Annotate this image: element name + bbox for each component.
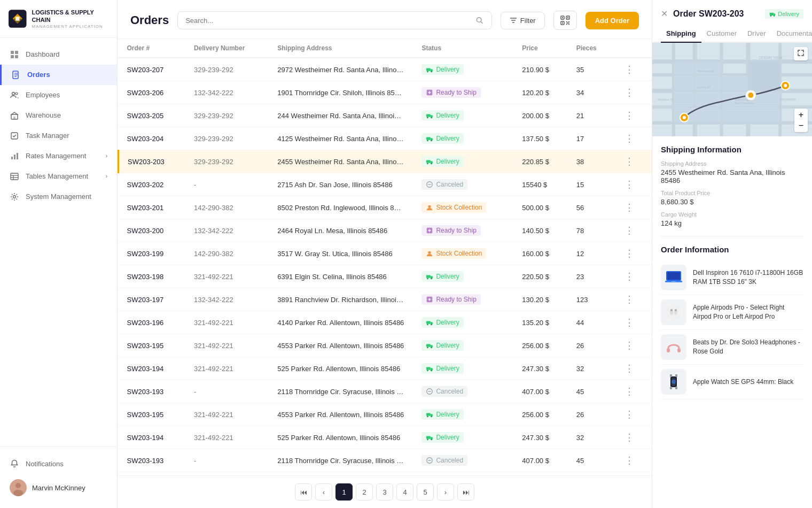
more-button[interactable]: ⋮ <box>622 317 636 328</box>
sidebar-item-orders[interactable]: Orders <box>0 65 117 85</box>
user-info[interactable]: Marvin McKinney <box>0 474 117 502</box>
row-actions[interactable]: ⋮ <box>614 426 652 449</box>
table-row[interactable]: SW203-194 321-492-221 525 Parker Rd. All… <box>119 426 652 449</box>
notifications-item[interactable]: Notifications <box>0 453 117 474</box>
page-4-button[interactable]: 4 <box>396 483 413 501</box>
page-1-button[interactable]: 1 <box>335 483 353 501</box>
table-row[interactable]: SW203-195 321-492-221 4553 Parker Rd. Al… <box>119 334 652 357</box>
close-panel-button[interactable]: ✕ <box>661 9 668 19</box>
table-row[interactable]: SW203-200 132-342-222 2464 Royal Ln. Mes… <box>119 219 652 242</box>
sidebar-item-task-manager[interactable]: Task Manager <box>0 126 117 146</box>
table-row[interactable]: SW203-193 - 2118 Thornridge Cir. Syracus… <box>119 449 652 472</box>
row-actions[interactable]: ⋮ <box>614 311 652 334</box>
more-button[interactable]: ⋮ <box>622 271 636 282</box>
more-button[interactable]: ⋮ <box>622 64 636 75</box>
shipping-address: 4553 Parker Rd. Allentown, Illinois 8548… <box>269 403 413 426</box>
svg-point-84 <box>427 416 429 418</box>
sidebar-item-warehouse[interactable]: Warehouse <box>0 105 117 126</box>
pagination: ⏮ ‹ 1 2 3 4 5 › ⏭ <box>118 475 652 508</box>
table-row[interactable]: SW203-204 329-239-292 4125 Westheimer Rd… <box>119 127 652 150</box>
more-button[interactable]: ⋮ <box>622 340 636 351</box>
map-expand-button[interactable] <box>794 47 808 60</box>
row-actions[interactable]: ⋮ <box>614 173 652 196</box>
tab-customer[interactable]: Customer <box>701 25 742 43</box>
table-row[interactable]: SW203-205 329-239-292 244 Westheimer Rd.… <box>119 104 652 127</box>
more-button[interactable]: ⋮ <box>622 432 636 443</box>
sidebar-item-rates[interactable]: Rates Management › <box>0 146 117 166</box>
more-button[interactable]: ⋮ <box>622 409 636 420</box>
status: Ready to Ship <box>413 219 513 242</box>
page-3-button[interactable]: 3 <box>376 483 393 501</box>
more-button[interactable]: ⋮ <box>622 110 636 121</box>
add-order-button[interactable]: Add Order <box>585 12 639 29</box>
table-row[interactable]: SW203-197 132-342-222 3891 Ranchview Dr.… <box>119 288 652 311</box>
table-row[interactable]: SW203-196 321-492-221 4140 Parker Rd. Al… <box>119 311 652 334</box>
row-actions[interactable]: ⋮ <box>614 357 652 380</box>
page-5-button[interactable]: 5 <box>417 483 434 501</box>
page-first-button[interactable]: ⏮ <box>295 483 312 501</box>
tab-shipping[interactable]: Shipping <box>661 25 701 43</box>
more-button[interactable]: ⋮ <box>622 363 636 374</box>
table-row[interactable]: SW203-199 142-290-382 3517 W. Gray St. U… <box>119 242 652 265</box>
more-button[interactable]: ⋮ <box>622 87 636 98</box>
page-next-button[interactable]: › <box>437 483 454 501</box>
col-actions <box>614 39 652 58</box>
table-row[interactable]: SW203-207 329-239-292 2972 Westheimer Rd… <box>119 58 652 81</box>
svg-point-92 <box>770 15 771 16</box>
row-actions[interactable]: ⋮ <box>614 288 652 311</box>
filter-button[interactable]: Filter <box>501 12 545 29</box>
more-button[interactable]: ⋮ <box>622 156 636 167</box>
delivery-number: 321-492-221 <box>185 311 269 334</box>
sidebar-item-tables[interactable]: Tables Management › <box>0 166 117 187</box>
map-zoom-out-button[interactable]: − <box>794 119 808 132</box>
row-actions[interactable]: ⋮ <box>614 81 652 104</box>
row-actions[interactable]: ⋮ <box>614 219 652 242</box>
table-row[interactable]: SW203-203 329-239-292 2455 Westheimer Rd… <box>119 150 652 173</box>
row-actions[interactable]: ⋮ <box>614 334 652 357</box>
row-actions[interactable]: ⋮ <box>614 150 652 173</box>
row-actions[interactable]: ⋮ <box>614 196 652 219</box>
sidebar-item-orders-label: Orders <box>27 71 50 79</box>
row-actions[interactable]: ⋮ <box>614 104 652 127</box>
col-order-number: Order # <box>119 39 185 58</box>
page-prev-button[interactable]: ‹ <box>315 483 332 501</box>
more-button[interactable]: ⋮ <box>622 455 636 466</box>
orders-title: Orders <box>130 13 169 27</box>
search-input[interactable] <box>185 17 471 25</box>
sidebar-item-dashboard[interactable]: Dashboard <box>0 44 117 65</box>
row-actions[interactable]: ⋮ <box>614 449 652 472</box>
sidebar-item-employees[interactable]: Employees <box>0 85 117 105</box>
more-button[interactable]: ⋮ <box>622 179 636 190</box>
tab-documentation[interactable]: Documentation <box>771 25 812 43</box>
svg-rect-20 <box>11 173 18 180</box>
svg-point-134 <box>666 305 681 320</box>
page-2-button[interactable]: 2 <box>356 483 373 501</box>
pieces: 26 <box>568 334 614 357</box>
sidebar-item-system[interactable]: System Management <box>0 187 117 207</box>
more-button[interactable]: ⋮ <box>622 386 636 397</box>
tab-driver[interactable]: Driver <box>742 25 771 43</box>
row-actions[interactable]: ⋮ <box>614 403 652 426</box>
row-actions[interactable]: ⋮ <box>614 127 652 150</box>
page-last-button[interactable]: ⏭ <box>457 483 474 501</box>
more-button[interactable]: ⋮ <box>622 202 636 213</box>
row-actions[interactable]: ⋮ <box>614 58 652 81</box>
svg-rect-133 <box>672 281 676 282</box>
more-button[interactable]: ⋮ <box>622 294 636 305</box>
table-row[interactable]: SW203-202 - 2715 Ash Dr. San Jose, Illin… <box>119 173 652 196</box>
row-actions[interactable]: ⋮ <box>614 265 652 288</box>
more-button[interactable]: ⋮ <box>622 225 636 236</box>
table-row[interactable]: SW203-195 321-492-221 4553 Parker Rd. Al… <box>119 403 652 426</box>
search-box[interactable] <box>177 11 492 29</box>
table-row[interactable]: SW203-198 321-492-221 6391 Elgin St. Cel… <box>119 265 652 288</box>
table-row[interactable]: SW203-201 142-290-382 8502 Preston Rd. I… <box>119 196 652 219</box>
qr-button[interactable] <box>553 11 577 30</box>
row-actions[interactable]: ⋮ <box>614 242 652 265</box>
table-row[interactable]: SW203-193 - 2118 Thornridge Cir. Syracus… <box>119 380 652 403</box>
more-button[interactable]: ⋮ <box>622 133 636 144</box>
table-row[interactable]: SW203-194 321-492-221 525 Parker Rd. All… <box>119 357 652 380</box>
price: 210.90 $ <box>513 58 567 81</box>
more-button[interactable]: ⋮ <box>622 248 636 259</box>
table-row[interactable]: SW203-206 132-342-222 1901 Thornridge Ci… <box>119 81 652 104</box>
row-actions[interactable]: ⋮ <box>614 380 652 403</box>
